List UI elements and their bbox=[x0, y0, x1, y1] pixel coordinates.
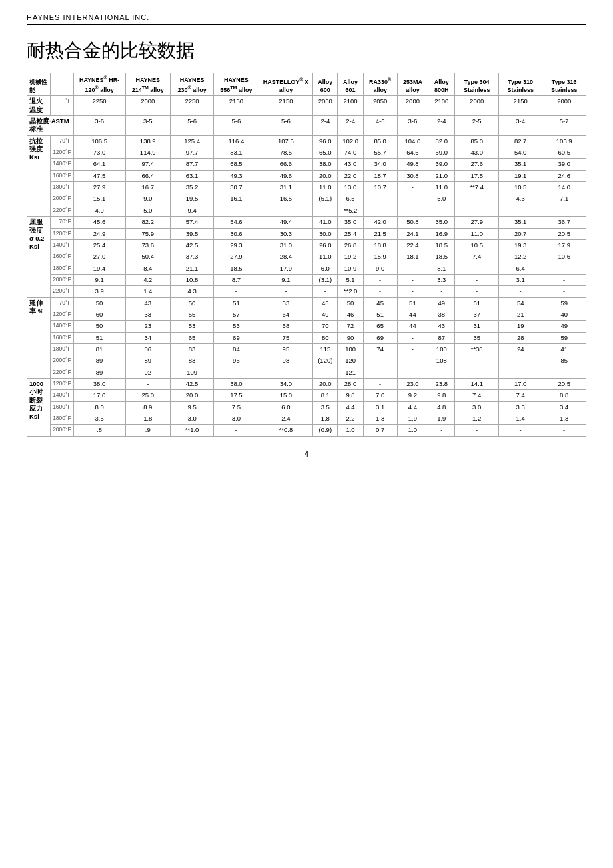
table-cell: 53 bbox=[170, 321, 213, 332]
table-cell: 78.5 bbox=[259, 147, 313, 159]
table-cell: - bbox=[259, 205, 313, 216]
elongation-row: 2200°F8992109---121------ bbox=[27, 367, 586, 378]
temp-cell: 2000°F bbox=[51, 193, 74, 205]
table-cell: 125.4 bbox=[170, 135, 213, 147]
table-cell: 2-4 bbox=[428, 116, 455, 136]
table-cell: 36.7 bbox=[542, 217, 586, 228]
table-cell: 85 bbox=[542, 355, 586, 367]
table-cell: - bbox=[498, 286, 542, 297]
tensile-row: 1800°F27.916.735.230.731.111.013.010.7-1… bbox=[27, 182, 586, 193]
table-cell: 64.1 bbox=[73, 159, 125, 170]
table-cell: 116.4 bbox=[214, 135, 259, 147]
table-cell: 29.3 bbox=[214, 239, 259, 251]
table-cell: 4.2 bbox=[125, 274, 170, 285]
table-cell: 1.0 bbox=[397, 425, 428, 436]
table-cell: 106.5 bbox=[73, 135, 125, 147]
table-cell: 2100 bbox=[428, 96, 455, 116]
table-cell: 3-4 bbox=[498, 116, 542, 136]
table-cell: - bbox=[455, 274, 498, 285]
table-cell: 82.2 bbox=[125, 217, 170, 228]
temp-cell: 2000°F bbox=[51, 274, 74, 285]
table-cell: 27.9 bbox=[73, 182, 125, 193]
table-cell: - bbox=[397, 367, 428, 378]
table-cell: 30.8 bbox=[397, 170, 428, 181]
table-cell: 63.1 bbox=[170, 170, 213, 181]
table-cell: 33 bbox=[125, 309, 170, 320]
table-cell: 108 bbox=[428, 355, 455, 367]
col-hx-header: HASTELLOY® X alloy bbox=[259, 73, 313, 96]
table-cell: 45 bbox=[363, 297, 397, 309]
table-cell: 49 bbox=[542, 321, 586, 332]
table-cell: 11.0 bbox=[455, 228, 498, 239]
page-number: 4 bbox=[27, 450, 586, 458]
table-cell: 18.8 bbox=[363, 239, 397, 251]
table-cell: - bbox=[313, 367, 338, 378]
table-cell: 66.4 bbox=[125, 170, 170, 181]
elongation-row: 1200°F60335557644946514438372140 bbox=[27, 309, 586, 320]
table-cell: 73.0 bbox=[73, 147, 125, 159]
table-cell: 65 bbox=[363, 321, 397, 332]
table-cell: - bbox=[397, 343, 428, 355]
yield-row: 1800°F19.48.421.118.517.96.010.99.0-8.1-… bbox=[27, 263, 586, 274]
elongation-row: 2000°F8989839598(120)120--108--85 bbox=[27, 355, 586, 367]
table-cell: 31 bbox=[455, 321, 498, 332]
table-cell: 95 bbox=[259, 343, 313, 355]
table-cell: 34 bbox=[125, 332, 170, 343]
anneal-unit: °F bbox=[51, 96, 74, 116]
temp-cell: 1600°F bbox=[51, 170, 74, 181]
table-cell: 37 bbox=[455, 309, 498, 320]
table-cell: 3.3 bbox=[498, 401, 542, 413]
table-cell: 58 bbox=[259, 321, 313, 332]
table-cell: - bbox=[455, 425, 498, 436]
temp-cell: 1800°F bbox=[51, 182, 74, 193]
table-cell: 3.5 bbox=[313, 401, 338, 413]
table-cell: 96.0 bbox=[313, 135, 338, 147]
table-cell: 38.0 bbox=[313, 159, 338, 170]
tensile-row: 1400°F64.197.487.768.566.638.043.034.049… bbox=[27, 159, 586, 170]
yield-row: 2200°F3.91.44.3---**2.0------ bbox=[27, 286, 586, 297]
table-cell: 89 bbox=[125, 355, 170, 367]
table-cell: 59.0 bbox=[428, 147, 455, 159]
comparison-table: 机械性能 HAYNES® HR-120® alloy HAYNES 214TM … bbox=[27, 73, 586, 437]
table-cell: 24.9 bbox=[73, 228, 125, 239]
table-cell: 1.2 bbox=[455, 413, 498, 425]
table-cell: 4.3 bbox=[498, 193, 542, 205]
table-cell: 42.0 bbox=[363, 217, 397, 228]
table-cell: 42.5 bbox=[170, 378, 213, 389]
anneal-temp-row: 退火温度 °F 22502000225021502150205021002050… bbox=[27, 96, 586, 116]
table-cell: 17.0 bbox=[73, 390, 125, 401]
table-cell: 20.0 bbox=[313, 170, 338, 181]
table-cell: (0.9) bbox=[313, 425, 338, 436]
table-cell: - bbox=[428, 367, 455, 378]
table-cell: 39.0 bbox=[542, 159, 586, 170]
table-cell: 114.9 bbox=[125, 147, 170, 159]
table-cell: (5.1) bbox=[313, 193, 338, 205]
temp-cell: 1600°F bbox=[51, 332, 74, 343]
table-cell: - bbox=[214, 205, 259, 216]
table-cell: 57.4 bbox=[170, 217, 213, 228]
grain-size-label: 晶粒度·ASTM标准 bbox=[27, 116, 74, 136]
table-cell: 61 bbox=[455, 297, 498, 309]
table-cell: 104.0 bbox=[397, 135, 428, 147]
elongation-row: 1800°F818683849511510074-100**382441 bbox=[27, 343, 586, 355]
table-cell: 9.4 bbox=[170, 205, 213, 216]
rupture-row: 1800°F3.51.83.03.02.41.82.21.31.91.91.21… bbox=[27, 413, 586, 425]
table-cell: - bbox=[259, 367, 313, 378]
table-cell: 102.0 bbox=[338, 135, 363, 147]
table-cell: - bbox=[363, 367, 397, 378]
table-cell: 3-6 bbox=[73, 116, 125, 136]
table-cell: 3.0 bbox=[170, 413, 213, 425]
table-cell: 23 bbox=[125, 321, 170, 332]
table-cell: 22.0 bbox=[338, 170, 363, 181]
table-cell: 13.0 bbox=[338, 182, 363, 193]
temp-cell: 1800°F bbox=[51, 413, 74, 425]
tensile-row: 抗拉强度Ksi70°F106.5138.9125.4116.4107.596.0… bbox=[27, 135, 586, 147]
table-cell: 45 bbox=[313, 297, 338, 309]
table-cell: 53 bbox=[214, 321, 259, 332]
table-cell: .9 bbox=[125, 425, 170, 436]
table-cell: 92 bbox=[125, 367, 170, 378]
table-cell: 109 bbox=[170, 367, 213, 378]
table-cell: 31.1 bbox=[259, 182, 313, 193]
table-cell: - bbox=[397, 193, 428, 205]
table-cell: - bbox=[455, 193, 498, 205]
